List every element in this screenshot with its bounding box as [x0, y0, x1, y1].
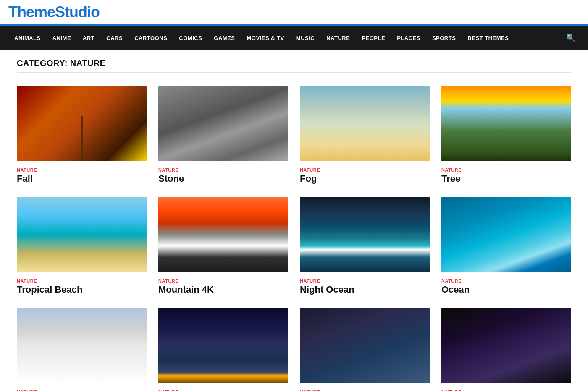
card-mountain-4k[interactable]: NATUREMountain 4K: [158, 197, 288, 295]
nav-item-movies-tv[interactable]: MOVIES & TV: [241, 27, 290, 49]
card-title-ocean: Ocean: [441, 284, 571, 295]
card-image-night-sky: [158, 308, 288, 383]
nav-item-nature[interactable]: NATURE: [320, 27, 356, 49]
nav-item-people[interactable]: PEOPLE: [356, 27, 391, 49]
nav-item-animals[interactable]: ANIMALS: [8, 27, 47, 49]
card-image-tree: [441, 86, 571, 161]
card-category-mountain-4k: NATURE: [158, 278, 178, 283]
nav-item-places[interactable]: PLACES: [391, 27, 426, 49]
card-tropical-beach[interactable]: NATURETropical Beach: [17, 197, 147, 295]
card-image-space: [441, 308, 571, 383]
card-category-water-drops: NATURE: [300, 389, 320, 391]
card-fall[interactable]: NATUREFall: [17, 86, 147, 184]
category-title: CATEGORY: NATURE: [17, 58, 571, 73]
card-image-mountain-4k: [158, 197, 288, 272]
card-fog[interactable]: NATUREFog: [300, 86, 430, 184]
nav-item-cars[interactable]: CARS: [100, 27, 129, 49]
card-category-tropical-beach: NATURE: [17, 278, 37, 283]
card-category-space: NATURE: [441, 389, 462, 391]
card-category-stone: NATURE: [158, 167, 178, 172]
nav-item-sports[interactable]: SPORTS: [426, 27, 462, 49]
card-image-ocean: [441, 197, 571, 272]
nav-item-games[interactable]: GAMES: [208, 27, 241, 49]
card-image-tropical-beach: [17, 197, 147, 272]
card-image-fog: [300, 86, 430, 161]
nav-bar: ANIMALSANIMEARTCARSCARTOONSCOMICSGAMESMO…: [0, 26, 588, 50]
card-category-tree: NATURE: [441, 167, 462, 172]
nav-item-best-themes[interactable]: BEST THEMES: [462, 27, 514, 49]
page-content: CATEGORY: NATURE NATUREFallNATUREStoneNA…: [8, 50, 580, 391]
card-image-night-ocean: [300, 197, 430, 272]
logo-bar: ThemeStudio: [0, 0, 588, 26]
nav-item-anime[interactable]: ANIME: [47, 27, 77, 49]
card-image-water-drops: [300, 308, 430, 383]
card-night-ocean[interactable]: NATURENight Ocean: [300, 197, 430, 295]
cards-grid: NATUREFallNATUREStoneNATUREFogNATURETree…: [17, 86, 571, 391]
card-image-stone: [158, 86, 288, 161]
card-space[interactable]: NATURESpace: [441, 308, 571, 391]
nav-item-cartoons[interactable]: CARTOONS: [129, 27, 173, 49]
card-image-snow: [17, 308, 147, 383]
card-category-fall: NATURE: [17, 167, 37, 172]
card-ocean[interactable]: NATUREOcean: [441, 197, 571, 295]
card-tree[interactable]: NATURETree: [441, 86, 571, 184]
card-title-night-ocean: Night Ocean: [300, 284, 430, 295]
card-category-ocean: NATURE: [441, 278, 462, 283]
card-title-stone: Stone: [158, 173, 288, 184]
card-title-fall: Fall: [17, 173, 147, 184]
card-water-drops[interactable]: NATUREWater Drops: [300, 308, 430, 391]
card-image-fall: [17, 86, 147, 161]
nav-item-comics[interactable]: COMICS: [173, 27, 208, 49]
card-title-tropical-beach: Tropical Beach: [17, 284, 147, 295]
card-title-mountain-4k: Mountain 4K: [158, 284, 288, 295]
card-title-fog: Fog: [300, 173, 430, 184]
site-logo[interactable]: ThemeStudio: [8, 3, 100, 21]
card-category-night-sky: NATURE: [158, 389, 178, 391]
card-title-tree: Tree: [441, 173, 571, 184]
card-night-sky[interactable]: NATURENight Sky: [158, 308, 288, 391]
nav-item-music[interactable]: MUSIC: [290, 27, 320, 49]
card-stone[interactable]: NATUREStone: [158, 86, 288, 184]
card-category-fog: NATURE: [300, 167, 320, 172]
card-snow[interactable]: NATURESnow: [17, 308, 147, 391]
search-icon[interactable]: 🔍: [562, 26, 580, 50]
nav-item-art[interactable]: ART: [77, 27, 100, 49]
card-category-snow: NATURE: [17, 389, 37, 391]
card-category-night-ocean: NATURE: [300, 278, 320, 283]
